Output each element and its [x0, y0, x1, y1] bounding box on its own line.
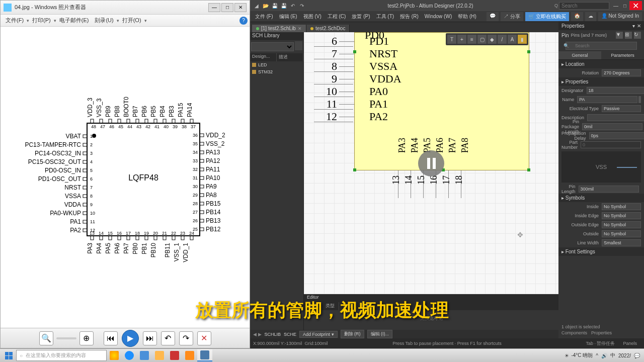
signin-button[interactable]: 👤 Not Signed In [598, 12, 642, 21]
task-icon[interactable] [107, 349, 122, 361]
tab-properties[interactable]: Properties [591, 330, 612, 335]
edit-button[interactable]: 编辑 (I)... [367, 330, 393, 338]
next-button[interactable]: ⏭ [143, 331, 157, 345]
taskbar-search[interactable]: ○在这里输入你要搜索的内容 [16, 350, 107, 361]
inside-edge-select[interactable]: No Symbol [602, 212, 641, 219]
pause-overlay[interactable] [418, 150, 444, 176]
list-item[interactable]: LED [250, 61, 303, 68]
menu-burn[interactable]: 刻录(U) [92, 16, 116, 25]
designator-input[interactable] [587, 87, 644, 94]
close-icon[interactable]: ✕ [298, 26, 302, 31]
sel-tool[interactable]: ◆ [488, 35, 497, 44]
tab-schdoc[interactable]: test2.SchDoc [306, 25, 350, 32]
line-tool[interactable]: / [498, 35, 507, 44]
rotation-select[interactable]: 270 Degrees [602, 69, 641, 76]
grid-icon[interactable]: ⊞ [625, 32, 632, 39]
delete-button[interactable]: 删除 (R) [341, 330, 364, 338]
task-icon[interactable] [182, 349, 197, 361]
delete-button[interactable]: ✕ [197, 331, 211, 345]
pkg-input[interactable] [582, 123, 642, 130]
task-icon[interactable] [137, 349, 152, 361]
search-input[interactable] [559, 2, 609, 10]
pin-icon[interactable]: ▾ [632, 23, 635, 29]
part-input[interactable] [581, 141, 641, 148]
list-item[interactable]: STM32 [250, 68, 303, 75]
maximize-button[interactable]: □ [221, 3, 233, 12]
menu-view[interactable]: 视图 (V) [300, 12, 325, 21]
undo-icon[interactable]: ↶ [289, 2, 297, 10]
task-icon[interactable] [152, 349, 167, 361]
close-icon[interactable]: ✕ [637, 23, 641, 29]
properties-search[interactable] [566, 42, 637, 50]
color-swatch[interactable] [640, 186, 641, 193]
name-input[interactable] [577, 96, 637, 103]
close-button[interactable]: ✕ [234, 3, 247, 12]
prev-button[interactable]: ⏮ [104, 331, 118, 345]
section-properties[interactable]: ▸ Properties [558, 77, 644, 86]
menu-file[interactable]: 文件(F) [3, 16, 27, 25]
system-tray[interactable]: ☀-4°C 晴朗 ^🔊中 2022/ 💬 [565, 352, 643, 359]
outside-select[interactable]: No Symbol [602, 230, 641, 237]
help-icon[interactable]: ? [239, 17, 248, 25]
cloud-icon[interactable]: ☁ [585, 12, 596, 21]
tab-components[interactable]: Components [561, 330, 587, 335]
rotate-cw-button[interactable]: ↷ [179, 331, 193, 345]
filter-select[interactable] [251, 42, 294, 51]
task-icon[interactable] [122, 349, 137, 361]
filter-button[interactable] [295, 41, 302, 50]
menu-help[interactable]: 帮助 (H) [455, 12, 479, 21]
rotate-ccw-button[interactable]: ↶ [161, 331, 175, 345]
task-icon[interactable] [167, 349, 182, 361]
minimize-button[interactable]: — [208, 3, 220, 12]
menu-file[interactable]: 文件 (F) [252, 12, 276, 21]
menu-print[interactable]: 打印(P) [29, 16, 54, 25]
menu-project[interactable]: 工程 (C) [325, 12, 349, 21]
linewidth-select[interactable]: Smallest [602, 239, 641, 246]
visibility-toggle[interactable] [638, 96, 641, 103]
tab-general[interactable]: General [558, 51, 601, 59]
inside-select[interactable]: No Symbol [602, 203, 641, 210]
tab-schlib[interactable]: [1] test2.SchLib ✕ [252, 25, 306, 32]
maximize-button[interactable]: □ [621, 2, 629, 10]
save-icon[interactable]: 💾 [271, 2, 279, 10]
buy-button[interactable]: 🛒 立即在线购买 [525, 12, 569, 21]
etype-select[interactable]: Passive [602, 105, 641, 112]
menu-open[interactable]: 打开(O) [119, 16, 144, 25]
schematic-canvas[interactable]: PD0 6PD17NRST8VSSA9VDDA10PA011PA112PA2 P… [304, 32, 558, 294]
section-font[interactable]: ▸ Font Settings [558, 247, 644, 256]
menu-tools[interactable]: 工具 (T) [373, 12, 397, 21]
comment-button[interactable]: 💬 [487, 12, 499, 21]
play-button[interactable]: ▶ [122, 330, 139, 347]
a-tool[interactable]: A [508, 35, 517, 44]
section-location[interactable]: ▸ Location [558, 60, 644, 68]
home-icon[interactable]: 🏠 [571, 12, 583, 21]
open-icon[interactable]: 📂 [262, 2, 270, 10]
task-icon[interactable] [197, 349, 212, 361]
menu-window[interactable]: Window (W) [422, 13, 455, 20]
zoom-button[interactable]: 🔍 [39, 331, 53, 345]
panels-button[interactable]: Panels [619, 340, 641, 347]
start-button[interactable] [1, 349, 16, 361]
share-button[interactable]: ↗ 分享 [501, 12, 523, 21]
pinlen-input[interactable] [579, 186, 639, 193]
menu-place[interactable]: 放置 (P) [349, 12, 373, 21]
desc-input[interactable] [587, 114, 644, 121]
saveall-icon[interactable]: 💾 [280, 2, 288, 10]
filter-icon[interactable]: ▼ [616, 32, 623, 39]
menu-report[interactable]: 报告 (R) [397, 12, 422, 21]
fit-button[interactable]: ⊕ [79, 331, 94, 345]
highlight-tool[interactable]: ▮ [518, 35, 527, 44]
comp-tool[interactable]: ▢ [477, 35, 487, 44]
menu-edit[interactable]: 编辑 (E) [276, 12, 300, 21]
section-symbols[interactable]: ▸ Symbols [558, 194, 644, 202]
close-button[interactable]: ✕ [629, 1, 642, 10]
add-tool[interactable]: + [457, 35, 466, 44]
text-tool[interactable]: T [447, 35, 456, 44]
redo-icon[interactable]: ↷ [298, 2, 306, 10]
prop-delay-input[interactable] [589, 132, 644, 139]
outside-edge-select[interactable]: No Symbol [602, 221, 641, 228]
tab-parameters[interactable]: Parameters [601, 51, 644, 59]
add-footprint-button[interactable]: Add Footprint ▾ [299, 331, 338, 338]
menu-email[interactable]: 电子邮件(E) [56, 16, 92, 25]
align-tool[interactable]: ≡ [467, 35, 476, 44]
